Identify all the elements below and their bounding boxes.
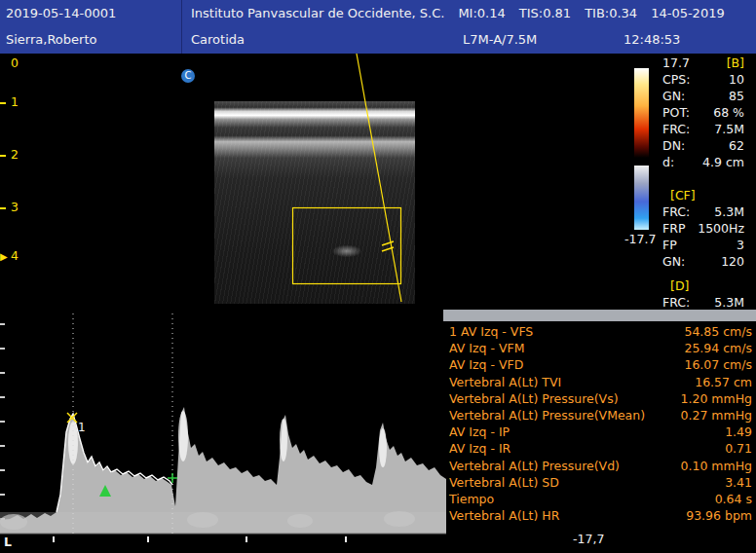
measurement-label: Vertebral A(Lt) Pressure(Vd) [449, 458, 620, 474]
bmode-colormap-bar [634, 68, 649, 158]
param-label: DN: [662, 137, 685, 154]
measurement-value: 25.94 cm/s [684, 340, 752, 356]
measurement-row: Vertebral A(Lt) SD3.41 [443, 474, 756, 491]
ultrasound-screen: 2019-05-14-0001 Instituto Panvascular de… [0, 0, 756, 553]
measurement-value: 16.07 cm/s [684, 356, 752, 373]
mi-value: MI:0.14 [458, 0, 505, 26]
measurement-label: 1 AV Izq - VFS [449, 323, 533, 340]
spectral-display[interactable] [0, 312, 448, 545]
depth-label-2: 2 [11, 147, 19, 162]
param-value: 3 [677, 237, 744, 253]
measurement-value: 3.41 [725, 474, 752, 491]
param-value: 85 [685, 88, 744, 104]
measurement-label: Tiempo [449, 491, 494, 507]
measurement-label: AV Izq - IR [449, 440, 510, 457]
measurement-value: 0.10 mmHg [681, 458, 753, 474]
depth-label-3: 3 [11, 200, 19, 214]
doppler-section-label: [D] [670, 277, 689, 294]
param-value: 5.3M [690, 203, 744, 220]
caliper-number: 1 [78, 421, 86, 434]
probe-name: L7M-A/7.5M [463, 26, 537, 53]
param-label: FRC: [662, 203, 690, 220]
patient-name: Sierra,Roberto [6, 26, 96, 53]
bmode-section-label: [B] [727, 55, 744, 71]
param-label: GN: [662, 253, 685, 270]
param-value: 120 [685, 253, 744, 270]
depth-tick [0, 155, 6, 157]
measurement-value: 0.64 s [715, 491, 752, 507]
cf-section-label: [CF] [670, 187, 696, 203]
measurement-row: Tiempo0.64 s [443, 491, 756, 507]
orientation-left-label: L [4, 535, 12, 549]
measurement-label: Vertebral A(Lt) SD [449, 474, 559, 491]
measurement-label: Vertebral A(Lt) Pressure(Vs) [449, 390, 619, 407]
param-value: 5.3M [690, 294, 744, 311]
depth-tick [0, 207, 6, 209]
measurement-value: 93.96 bpm [686, 507, 752, 524]
measurement-value: 54.85 cm/s [684, 323, 752, 340]
param-label: CPS: [662, 71, 690, 88]
measurement-row: Vertebral A(Lt) Pressure(Vd)0.10 mmHg [443, 458, 756, 474]
measurement-label: AV Izq - IP [449, 424, 510, 440]
measurement-value: 0.27 mmHg [681, 407, 753, 424]
header-divider [181, 0, 182, 54]
exam-date: 14-05-2019 [651, 0, 725, 26]
spectral-peak-core [178, 411, 188, 461]
measurement-label: Vertebral A(Lt) TVI [449, 374, 561, 390]
exam-id: 2019-05-14-0001 [6, 0, 116, 26]
spectral-peak-core [379, 428, 387, 467]
measurement-row: AV Izq - IP1.49 [443, 424, 756, 440]
measurement-row: Vertebral A(Lt) TVI16.57 cm [443, 374, 756, 390]
param-value: 62 [685, 137, 744, 154]
spectral-peak-core [280, 419, 287, 461]
param-label: POT: [662, 104, 690, 121]
param-value: 4.9 cm [674, 154, 744, 170]
measurement-row: AV Izq - IR0.71 [443, 440, 756, 457]
measurement-row: 1 AV Izq - VFS54.85 cm/s [443, 323, 756, 340]
param-label: FP [662, 237, 677, 253]
param-value: 1500Hz [685, 220, 744, 237]
exam-info-row: Instituto Panvascular de Occidente, S.C.… [191, 0, 725, 26]
depth-label-1: 1 [11, 94, 19, 109]
cf-scale-min: -17.7 [624, 232, 656, 246]
depth-label-4: 4 [11, 248, 19, 263]
param-value: 10 [690, 71, 744, 88]
focus-arrow-icon: ▶ [0, 252, 8, 262]
tis-value: TIS:0.81 [519, 0, 571, 26]
spectral-waveform [0, 407, 446, 534]
param-label: FRC: [662, 294, 690, 311]
measurement-value: 1.49 [725, 424, 752, 440]
param-label: d: [662, 154, 674, 170]
measurement-label: Vertebral A(Lt) HR [449, 507, 559, 524]
measurement-row: AV Izq - VFD16.07 cm/s [443, 356, 756, 373]
depth-tick [0, 102, 6, 104]
imaging-parameters: 17.7 [B] CPS:10 GN:85 POT:68 % FRC:7.5M … [662, 55, 744, 311]
measurement-row: Vertebral A(Lt) Pressure(Vs)1.20 mmHg [443, 390, 756, 407]
param-label: FRP [662, 220, 685, 237]
measurement-value: 1.20 mmHg [681, 390, 753, 407]
param-label: FRC: [662, 121, 690, 137]
depth-label-0: 0 [11, 55, 19, 70]
param-value: 7.5M [690, 121, 744, 137]
measurement-row: Vertebral A(Lt) HR93.96 bpm [443, 507, 756, 524]
study-name: Carotida [191, 26, 245, 53]
param-label: GN: [662, 88, 685, 104]
measurement-panel-scrollbar[interactable] [443, 310, 756, 321]
param-value: 68 % [690, 104, 744, 121]
measurement-value: 16.57 cm [695, 374, 752, 390]
cf-colormap-bar [634, 166, 649, 230]
bmode-scale-max: 17.7 [662, 55, 690, 71]
tib-value: TIB:0.34 [585, 0, 637, 26]
bmode-image[interactable] [214, 101, 415, 304]
orientation-marker: C [181, 69, 195, 83]
measurement-value: 0.71 [725, 440, 752, 457]
measurement-label: AV Izq - VFD [449, 356, 523, 373]
spectral-scale-value: -17,7 [573, 532, 604, 546]
measurement-label: Vertebral A(Lt) Pressure(VMean) [449, 407, 645, 424]
measurement-panel: 1 AV Izq - VFS54.85 cm/s AV Izq - VFM25.… [443, 310, 756, 524]
header-bar: 2019-05-14-0001 Instituto Panvascular de… [0, 0, 756, 54]
exam-time: 12:48:53 [624, 26, 680, 53]
institution-name: Instituto Panvascular de Occidente, S.C. [191, 0, 444, 26]
measurement-row: AV Izq - VFM25.94 cm/s [443, 340, 756, 356]
measurement-row: Vertebral A(Lt) Pressure(VMean)0.27 mmHg [443, 407, 756, 424]
